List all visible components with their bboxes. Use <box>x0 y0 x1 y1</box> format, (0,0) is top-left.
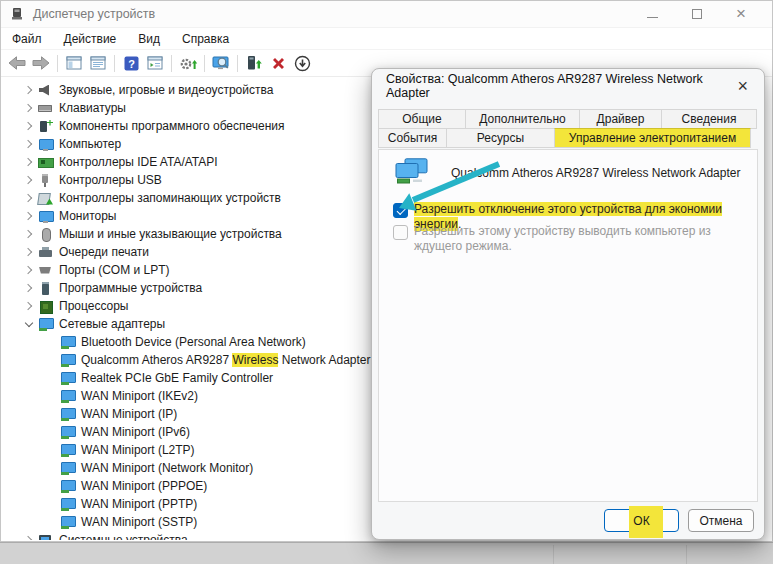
dialog-footer: ОК Отмена <box>378 507 758 535</box>
back-icon[interactable] <box>5 52 29 74</box>
chevron-right-icon[interactable] <box>20 171 38 189</box>
dialog-tabs: Общие Дополнительно Драйвер Сведения Соб… <box>378 109 758 148</box>
svg-text:?: ? <box>128 57 135 69</box>
ide-controller-icon <box>38 156 53 169</box>
toolbar-separator <box>204 55 205 72</box>
network-adapter-icon <box>38 318 53 331</box>
cpu-icon <box>38 300 53 313</box>
network-adapter-icon <box>60 372 75 385</box>
cancel-button[interactable]: Отмена <box>688 509 754 532</box>
strip-divider <box>553 545 554 564</box>
tab-power-management[interactable]: Управление электропитанием <box>554 128 751 148</box>
usb-icon <box>38 174 53 187</box>
monitor-icon <box>38 210 53 223</box>
toolbar-separator <box>237 55 238 72</box>
window-title: Диспетчер устройств <box>33 7 647 21</box>
show-action-pane-icon[interactable] <box>86 52 110 74</box>
label-post: Network Adapter <box>278 353 370 367</box>
chevron-right-icon[interactable] <box>20 207 38 225</box>
tab-general[interactable]: Общие <box>378 109 466 129</box>
maximize-icon[interactable] <box>692 9 702 19</box>
chevron-right-icon[interactable] <box>20 99 38 117</box>
tab-events[interactable]: События <box>378 128 447 148</box>
chevron-right-icon[interactable] <box>20 531 38 540</box>
tab-advanced[interactable]: Дополнительно <box>465 109 580 129</box>
chevron-right-icon[interactable] <box>20 261 38 279</box>
software-device-icon <box>38 282 53 295</box>
chevron-right-icon[interactable] <box>20 189 38 207</box>
network-adapter-icon <box>60 426 75 439</box>
toolbar-separator <box>57 55 58 72</box>
menu-file[interactable]: Файл <box>1 30 53 48</box>
update-driver-icon[interactable] <box>242 52 266 74</box>
tab-row-2: События Ресурсы Управление электропитани… <box>378 128 758 148</box>
menu-help[interactable]: Справка <box>171 30 240 48</box>
chevron-right-icon[interactable] <box>20 243 38 261</box>
label-pre: Qualcomm Atheros AR9287 <box>81 353 232 367</box>
ok-button[interactable]: ОК <box>604 509 679 532</box>
printer-icon <box>38 246 53 259</box>
toolbar-separator <box>114 55 115 72</box>
computer-icon <box>38 138 53 151</box>
forward-icon[interactable] <box>29 52 53 74</box>
port-icon <box>38 264 53 277</box>
desktop-strip <box>0 542 773 564</box>
chevron-right-icon[interactable] <box>20 81 38 99</box>
uninstall-device-icon[interactable] <box>266 52 290 74</box>
menu-action[interactable]: Действие <box>53 30 128 48</box>
highlighted-word: Wireless <box>232 353 278 367</box>
dialog-titlebar: Свойства: Qualcomm Atheros AR9287 Wirele… <box>372 69 764 103</box>
network-adapter-icon <box>60 462 75 475</box>
device-manager-app-icon <box>11 7 25 21</box>
network-adapter-icon <box>60 444 75 457</box>
disable-device-icon[interactable] <box>290 52 314 74</box>
device-name: Qualcomm Atheros AR9287 Wireless Network… <box>451 166 740 180</box>
show-console-tree-icon[interactable] <box>62 52 86 74</box>
storage-controller-icon <box>38 192 53 205</box>
chevron-right-icon[interactable] <box>20 279 38 297</box>
power-management-page: Qualcomm Atheros AR9287 Wireless Network… <box>378 149 758 502</box>
network-adapter-icon <box>60 336 75 349</box>
chevron-down-icon[interactable] <box>20 315 38 333</box>
toolbar-separator <box>171 55 172 72</box>
properties-dialog: Свойства: Qualcomm Atheros AR9287 Wirele… <box>371 68 765 540</box>
tab-row-1: Общие Дополнительно Драйвер Сведения <box>378 109 758 129</box>
help-icon[interactable]: ? <box>119 52 143 74</box>
export-list-icon[interactable] <box>143 52 167 74</box>
chevron-right-icon[interactable] <box>20 117 38 135</box>
network-adapter-icon <box>60 516 75 529</box>
close-icon[interactable]: × <box>736 7 746 21</box>
network-adapter-icon <box>60 354 75 367</box>
checkbox-checked-icon[interactable] <box>393 203 408 218</box>
network-adapter-icon <box>393 158 431 186</box>
screen: Диспетчер устройств × Файл Действие Вид … <box>0 0 773 564</box>
dialog-close-icon[interactable]: × <box>733 77 752 95</box>
chevron-right-icon[interactable] <box>20 135 38 153</box>
dialog-title: Свойства: Qualcomm Atheros AR9287 Wirele… <box>386 72 733 100</box>
checkbox-unchecked-icon[interactable] <box>393 225 408 240</box>
strip-divider <box>686 545 687 564</box>
system-device-icon <box>38 534 53 541</box>
allow-wake-checkbox[interactable]: Разрешить этому устройству выводить комп… <box>393 224 757 254</box>
titlebar: Диспетчер устройств × <box>1 1 772 27</box>
tab-resources[interactable]: Ресурсы <box>446 128 555 148</box>
device-header: Qualcomm Atheros AR9287 Wireless Network… <box>393 158 740 186</box>
tab-details[interactable]: Сведения <box>661 109 757 129</box>
window-controls: × <box>647 7 764 21</box>
scan-hardware-changes-icon[interactable] <box>209 52 233 74</box>
software-component-icon <box>38 120 53 133</box>
network-adapter-icon <box>60 480 75 493</box>
mouse-icon <box>38 228 53 241</box>
network-adapter-icon <box>60 408 75 421</box>
update-driver-settings-icon[interactable] <box>176 52 200 74</box>
menu-view[interactable]: Вид <box>127 30 171 48</box>
chevron-right-icon[interactable] <box>20 297 38 315</box>
chevron-right-icon[interactable] <box>20 225 38 243</box>
keyboard-icon <box>38 102 53 115</box>
network-adapter-icon <box>60 390 75 403</box>
minimize-icon[interactable] <box>647 17 658 18</box>
tab-driver[interactable]: Драйвер <box>579 109 662 129</box>
menubar: Файл Действие Вид Справка <box>1 27 772 49</box>
chevron-right-icon[interactable] <box>20 153 38 171</box>
network-adapter-icon <box>60 498 75 511</box>
